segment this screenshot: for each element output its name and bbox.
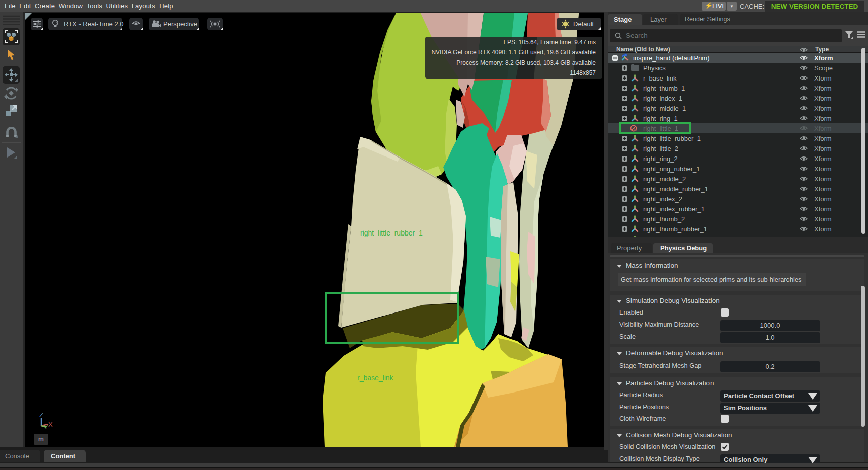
svg-text:X: X xyxy=(48,421,53,428)
svg-text:Z: Z xyxy=(39,411,43,419)
svg-text:Y: Y xyxy=(44,423,48,431)
